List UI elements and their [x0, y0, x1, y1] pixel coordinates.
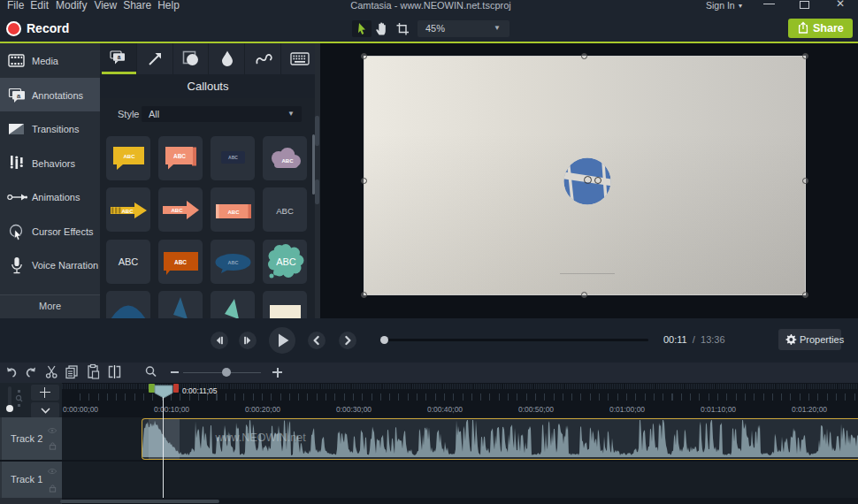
svg-text:ABC: ABC [124, 154, 136, 159]
svg-text:ABC: ABC [174, 259, 187, 265]
svg-text:ABC: ABC [228, 210, 241, 215]
svg-text:ABC: ABC [276, 256, 296, 267]
svg-text:ABC: ABC [122, 209, 134, 214]
svg-text:a: a [118, 54, 121, 60]
svg-text:ABC: ABC [228, 260, 239, 265]
svg-text:ABC: ABC [172, 208, 184, 213]
svg-text:ABC: ABC [282, 158, 295, 164]
svg-text:ABC: ABC [173, 153, 186, 159]
